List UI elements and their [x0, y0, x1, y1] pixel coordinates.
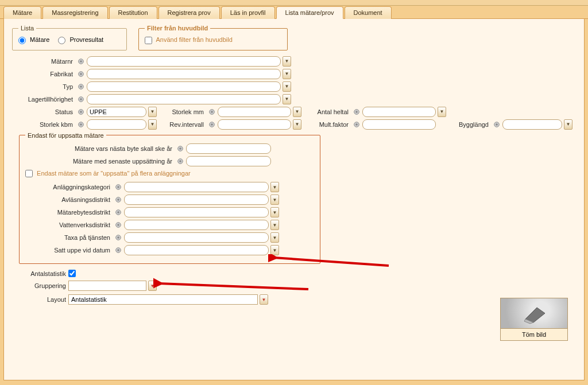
gear-icon[interactable] [77, 83, 85, 91]
tom-bild-caption: Töm bild [501, 328, 567, 340]
input-avlasning[interactable] [124, 195, 269, 205]
input-storlek-kbm[interactable] [87, 119, 146, 130]
dropdown-fabrikat[interactable]: ▼ [283, 69, 291, 79]
gear-icon[interactable] [353, 108, 361, 116]
gear-icon[interactable] [77, 108, 85, 116]
label-antal-heltal: Antal heltal [310, 108, 351, 115]
label-antalstatistik: Antalstatistik [19, 270, 68, 277]
dropdown-status[interactable]: ▼ [148, 107, 157, 117]
gear-icon[interactable] [77, 70, 85, 78]
checkbox-flera[interactable] [25, 170, 33, 177]
dropdown-satt-uppe[interactable]: ▼ [270, 245, 279, 255]
gear-icon[interactable] [208, 120, 216, 129]
filter-checkbox[interactable] [145, 37, 152, 44]
input-typ[interactable] [87, 81, 281, 92]
input-fabrikat[interactable] [87, 69, 281, 79]
gear-icon[interactable] [176, 157, 184, 165]
gear-icon[interactable] [114, 183, 122, 191]
filter-legend: Filter från huvudbild [145, 25, 210, 32]
dropdown-gruppering[interactable]: ▼ [148, 281, 157, 291]
dropdown-storlek-mm[interactable]: ▼ [293, 107, 301, 117]
input-taxa[interactable] [124, 232, 269, 243]
label-layout: Layout [19, 296, 68, 303]
gear-icon[interactable] [114, 234, 122, 242]
input-byte-ar[interactable] [186, 143, 271, 154]
radio-provresultat-text: Provresultat [69, 36, 103, 43]
gear-icon[interactable] [114, 221, 122, 229]
input-senaste-upps[interactable] [186, 156, 271, 166]
tab-lista-matare-prov[interactable]: Lista mätare/prov [276, 6, 343, 19]
gear-icon[interactable] [353, 120, 361, 129]
tab-massregistrering[interactable]: Massregistrering [42, 6, 107, 19]
label-matarnr: Mätarnr [19, 58, 75, 65]
input-matarebytes[interactable] [124, 207, 269, 217]
input-bygglangd[interactable] [502, 119, 562, 130]
input-rev-intervall[interactable] [218, 119, 291, 130]
input-gruppering[interactable] [68, 281, 146, 291]
input-antal-heltal[interactable] [362, 107, 436, 117]
dropdown-bygglangd[interactable]: ▼ [564, 119, 572, 130]
checkbox-antalstatistik[interactable] [68, 270, 76, 277]
input-status[interactable] [87, 107, 146, 117]
gear-icon[interactable] [77, 95, 85, 103]
endast-fieldset: Endast för uppsatta mätare Mätare vars n… [19, 132, 320, 265]
label-vattenverks: Vattenverksdistrikt [25, 221, 113, 228]
radio-matare-label[interactable]: Mätare [18, 36, 51, 43]
input-anlaggning[interactable] [124, 182, 269, 192]
main-content: Lista Mätare Provresultat Filter från hu… [3, 19, 585, 380]
lista-legend: Lista [18, 25, 36, 32]
tom-bild-button[interactable]: Töm bild [500, 298, 568, 341]
label-senaste-upps: Mätare med senaste uppsättning år [25, 158, 175, 165]
svg-point-19 [355, 123, 358, 126]
svg-point-13 [355, 111, 358, 113]
dropdown-avlasning[interactable]: ▼ [270, 195, 279, 205]
input-lager[interactable] [87, 94, 281, 104]
input-satt-uppe[interactable] [124, 245, 269, 255]
gear-icon[interactable] [114, 208, 122, 216]
radio-provresultat-label[interactable]: Provresultat [58, 36, 103, 43]
input-layout[interactable] [68, 294, 258, 305]
gear-icon[interactable] [208, 108, 216, 116]
label-gruppering: Gruppering [19, 282, 68, 289]
radio-matare[interactable] [18, 37, 26, 44]
tab-registrera-prov[interactable]: Registrera prov [158, 6, 220, 19]
gear-icon[interactable] [114, 246, 122, 254]
svg-point-7 [80, 98, 82, 100]
dropdown-vattenverks[interactable]: ▼ [270, 220, 279, 230]
gear-icon[interactable] [176, 145, 184, 153]
dropdown-matarnr[interactable]: ▼ [283, 56, 291, 67]
dropdown-rev-intervall[interactable]: ▼ [293, 119, 301, 130]
dropdown-lager[interactable]: ▼ [283, 94, 291, 104]
svg-point-3 [80, 73, 82, 75]
dropdown-anlaggning[interactable]: ▼ [270, 182, 279, 192]
radio-provresultat[interactable] [58, 37, 65, 44]
dropdown-storlek-kbm[interactable]: ▼ [148, 119, 157, 130]
input-storlek-mm[interactable] [218, 107, 291, 117]
label-avlasning: Avläsningsdistrikt [25, 196, 113, 203]
input-matarnr[interactable] [87, 56, 281, 67]
label-storlek-kbm: Storlek kbm [19, 121, 75, 128]
label-bygglangd: Bygglängd [457, 121, 491, 128]
svg-point-33 [117, 224, 119, 226]
tab-restitution[interactable]: Restitution [109, 6, 157, 19]
input-mult-faktor[interactable] [362, 119, 436, 130]
svg-point-37 [117, 249, 119, 251]
dropdown-antal-heltal[interactable]: ▼ [438, 107, 446, 117]
radio-matare-text: Mätare [30, 36, 49, 43]
eraser-icon [501, 298, 567, 328]
tab-dokument[interactable]: Dokument [345, 6, 392, 19]
gear-icon[interactable] [114, 196, 122, 204]
tabs-container: Mätare Massregistrering Restitution Regi… [0, 6, 588, 19]
dropdown-matarebytes[interactable]: ▼ [270, 207, 279, 217]
gear-icon[interactable] [77, 120, 85, 129]
tab-matare[interactable]: Mätare [3, 6, 41, 19]
label-status: Status [19, 108, 75, 115]
gear-icon[interactable] [493, 120, 501, 129]
dropdown-typ[interactable]: ▼ [283, 81, 291, 92]
label-rev-intervall: Rev.intervall [165, 121, 206, 128]
input-vattenverks[interactable] [124, 220, 269, 230]
dropdown-layout[interactable]: ▼ [260, 294, 268, 305]
dropdown-taxa[interactable]: ▼ [270, 232, 279, 243]
gear-icon[interactable] [77, 57, 85, 65]
tab-las-in-provfil[interactable]: Läs in provfil [221, 6, 275, 19]
